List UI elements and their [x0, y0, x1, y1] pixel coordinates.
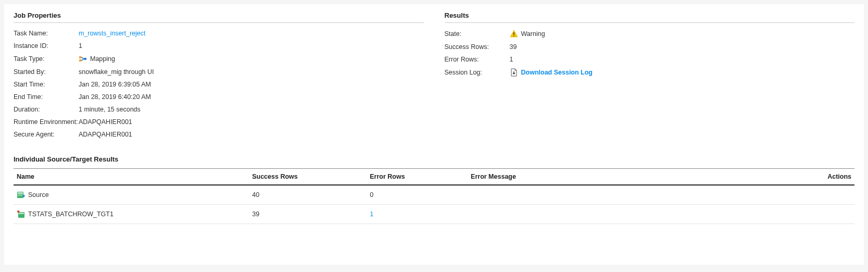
state-label: State: [445, 30, 510, 38]
duration-row: Duration: 1 minute, 15 seconds [14, 103, 424, 116]
end-time-label: End Time: [14, 93, 79, 101]
secure-agent-label: Secure Agent: [14, 131, 79, 138]
download-session-log-link[interactable]: Download Session Log [521, 69, 593, 76]
started-by-label: Started By: [14, 68, 79, 76]
individual-results-table: Name Success Rows Error Rows Error Messa… [14, 168, 854, 224]
end-time-value: Jan 28, 2019 6:40:20 AM [79, 93, 151, 101]
instance-id-row: Instance ID: 1 [14, 40, 424, 52]
warning-icon [510, 30, 518, 38]
job-details-panel: Job Properties Task Name: m_rowsts_inser… [4, 4, 864, 265]
mapping-icon [79, 55, 87, 63]
individual-results-title: Individual Source/Target Results [14, 155, 854, 163]
target-icon [17, 210, 25, 218]
svg-rect-2 [84, 58, 86, 60]
secure-agent-value: ADAPQAHIER001 [79, 131, 132, 138]
download-log-icon [510, 68, 518, 77]
error-rows-row: Error Rows: 1 [445, 53, 855, 66]
end-time-row: End Time: Jan 28, 2019 6:40:20 AM [14, 91, 424, 103]
svg-rect-9 [19, 213, 24, 214]
row-actions [804, 185, 854, 205]
job-properties-section: Job Properties Task Name: m_rowsts_inser… [14, 11, 424, 141]
instance-id-value: 1 [79, 42, 82, 50]
col-error-rows-header[interactable]: Error Rows [367, 169, 468, 186]
col-error-message-header[interactable]: Error Message [468, 169, 804, 186]
session-log-label: Session Log: [445, 69, 510, 76]
row-error-message [468, 185, 804, 205]
table-row: TSTATS_BATCHROW_TGT1391 [14, 205, 854, 224]
instance-id-label: Instance ID: [14, 42, 79, 50]
col-name-header[interactable]: Name [14, 169, 249, 186]
col-success-rows-header[interactable]: Success Rows [249, 169, 367, 186]
duration-value: 1 minute, 15 seconds [79, 106, 141, 113]
svg-rect-0 [79, 56, 81, 58]
row-success-rows: 40 [249, 185, 367, 205]
success-rows-row: Success Rows: 39 [445, 41, 855, 53]
runtime-env-row: Runtime Environment: ADAPQAHIER001 [14, 116, 424, 128]
svg-rect-4 [513, 35, 514, 36]
svg-rect-3 [513, 32, 514, 35]
task-type-row: Task Type: Mapping [14, 52, 424, 66]
svg-rect-1 [79, 59, 81, 61]
row-actions [804, 205, 854, 224]
row-error-message [468, 205, 804, 224]
start-time-label: Start Time: [14, 81, 79, 88]
results-title: Results [445, 11, 855, 23]
task-type-label: Task Type: [14, 55, 79, 63]
error-rows-label: Error Rows: [445, 56, 510, 63]
task-name-link[interactable]: m_rowsts_insert_reject [79, 30, 146, 37]
duration-label: Duration: [14, 106, 79, 113]
state-value: Warning [521, 30, 545, 38]
job-properties-title: Job Properties [14, 11, 424, 23]
start-time-value: Jan 28, 2019 6:39:05 AM [79, 81, 151, 88]
row-error-rows: 0 [367, 185, 468, 205]
state-row: State: Warning [445, 27, 855, 41]
runtime-env-value: ADAPQAHIER001 [79, 118, 132, 126]
success-rows-value: 39 [510, 43, 517, 51]
task-name-label: Task Name: [14, 30, 79, 37]
source-icon [17, 191, 25, 199]
task-name-row: Task Name: m_rowsts_insert_reject [14, 27, 424, 40]
svg-rect-6 [18, 192, 23, 194]
svg-rect-7 [18, 194, 23, 196]
col-actions-header[interactable]: Actions [804, 169, 854, 186]
row-name: Source [28, 191, 49, 199]
results-section: Results State: Warning Success Rows: [445, 11, 855, 141]
individual-results-section: Individual Source/Target Results Name Su… [14, 155, 854, 224]
svg-point-10 [17, 211, 19, 213]
success-rows-label: Success Rows: [445, 43, 510, 51]
runtime-env-label: Runtime Environment: [14, 118, 79, 126]
table-row: Source400 [14, 185, 854, 205]
row-success-rows: 39 [249, 205, 367, 224]
row-error-rows-link[interactable]: 1 [370, 211, 373, 218]
row-name: TSTATS_BATCHROW_TGT1 [28, 211, 114, 218]
start-time-row: Start Time: Jan 28, 2019 6:39:05 AM [14, 78, 424, 91]
started-by-value: snowflake_mig through UI [79, 68, 154, 76]
session-log-row: Session Log: Download Session Log [445, 66, 855, 79]
error-rows-value: 1 [510, 56, 513, 63]
task-type-value: Mapping [90, 55, 115, 63]
started-by-row: Started By: snowflake_mig through UI [14, 66, 424, 78]
secure-agent-row: Secure Agent: ADAPQAHIER001 [14, 128, 424, 141]
